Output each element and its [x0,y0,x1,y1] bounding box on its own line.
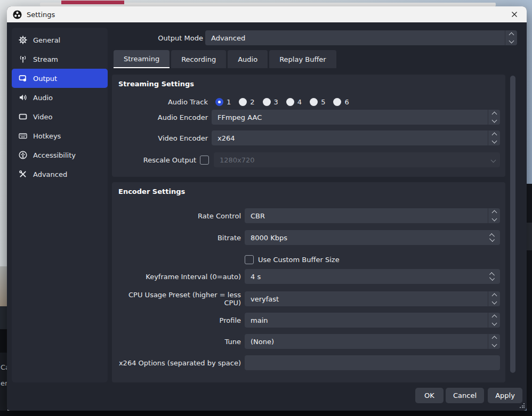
spinner-arrows-icon[interactable] [490,269,494,284]
speaker-icon [19,93,27,102]
cpu-usage-preset-row: CPU Usage Preset (higher = less CPU) ver… [118,291,500,306]
audio-encoder-select[interactable]: FFmpeg AAC [212,110,500,125]
rescale-output-label: Rescale Output [118,156,196,164]
audio-encoder-row: Audio Encoder FFmpeg AAC [118,110,500,125]
chevron-updown-icon [488,208,500,223]
video-encoder-select[interactable]: x264 [212,130,500,145]
chevron-down-icon [491,157,495,165]
tools-icon [19,170,27,178]
audio-track-option-2[interactable]: 2 [239,98,254,106]
radio-icon [239,98,247,106]
tune-select[interactable]: (None) [245,334,500,349]
radio-icon [333,98,341,106]
tab-streaming[interactable]: Streaming [114,50,170,68]
streaming-settings-panel: Streaming Settings Audio Track 1 2 3 4 5… [112,75,505,177]
gear-icon [19,36,27,44]
chevron-updown-icon [505,30,517,45]
audio-encoder-value: FFmpeg AAC [212,113,262,121]
apply-button[interactable]: Apply [488,388,522,403]
rate-control-select[interactable]: CBR [245,208,500,223]
ok-button[interactable]: OK [415,388,444,403]
screen: Ca er Settings [0,0,532,416]
rescale-output-checkbox[interactable] [200,156,209,165]
use-custom-buffer-label: Use Custom Buffer Size [258,256,340,264]
tab-audio[interactable]: Audio [228,50,268,68]
rate-control-row: Rate Control CBR [118,208,500,223]
sidebar-item-stream[interactable]: Stream [12,50,108,69]
audio-track-option-4[interactable]: 4 [286,98,302,106]
settings-sidebar: General Stream Output [12,28,108,382]
radio-icon [263,98,271,106]
radio-icon [310,98,318,106]
tab-label: Recording [181,55,216,63]
sidebar-item-accessibility[interactable]: Accessibility [12,145,108,165]
broadcast-icon [19,55,27,63]
audio-track-option-5[interactable]: 5 [310,98,325,106]
cancel-label: Cancel [453,391,477,399]
rate-control-label: Rate Control [118,212,241,220]
rescale-resolution-select[interactable]: 1280x720 [214,152,500,167]
chevron-updown-icon [488,313,500,328]
sidebar-item-label: General [33,36,60,44]
profile-value: main [245,316,268,324]
background-block [527,223,532,250]
backdrop-haze [0,266,7,308]
tune-value: (None) [245,338,274,346]
sidebar-item-label: Stream [33,55,58,63]
output-icon [19,74,27,83]
output-mode-label: Output Mode [130,34,203,42]
chevron-updown-icon [488,291,500,306]
x264-options-row: x264 Options (separated by space) [118,355,500,370]
sidebar-item-output[interactable]: Output [12,69,108,88]
close-icon [511,11,518,18]
cpu-usage-preset-value: veryfast [245,295,279,303]
sidebar-item-advanced[interactable]: Advanced [12,165,108,184]
radio-label: 2 [250,98,254,106]
audio-track-option-1[interactable]: 1 [215,98,231,106]
resize-grip[interactable] [520,403,525,408]
keyframe-interval-spinner[interactable]: 4 s [245,269,500,284]
tab-label: Audio [238,55,257,63]
spinner-arrows-icon[interactable] [490,230,494,245]
sidebar-item-label: Accessibility [33,151,76,159]
cancel-button[interactable]: Cancel [446,388,484,403]
close-button[interactable] [509,9,520,20]
sidebar-item-label: Video [33,113,52,121]
obs-logo-icon [13,10,22,19]
audio-encoder-label: Audio Encoder [118,113,208,121]
keyframe-interval-row: Keyframe Interval (0=auto) 4 s [118,269,500,284]
output-mode-select[interactable]: Advanced [205,30,517,45]
bitrate-spinner[interactable]: 8000 Kbps [245,230,500,245]
use-custom-buffer-checkbox[interactable] [245,255,254,264]
profile-row: Profile main [118,313,500,328]
radio-label: 4 [297,98,302,106]
tab-label: Replay Buffer [279,55,326,63]
title-bar[interactable]: Settings [7,6,527,22]
profile-select[interactable]: main [245,313,500,328]
audio-track-option-6[interactable]: 6 [333,98,349,106]
sidebar-item-label: Output [33,75,57,83]
tab-recording[interactable]: Recording [171,50,226,68]
tab-replay-buffer[interactable]: Replay Buffer [269,50,336,68]
cpu-usage-preset-label: CPU Usage Preset (higher = less CPU) [118,291,241,307]
tune-row: Tune (None) [118,334,500,349]
settings-dialog: Settings Gen [7,6,527,411]
person-circle-icon [19,151,27,159]
sidebar-item-hotkeys[interactable]: Hotkeys [12,126,108,145]
radio-label: 1 [227,98,231,106]
radio-label: 6 [344,98,349,106]
sidebar-item-video[interactable]: Video [12,107,108,126]
audio-track-option-3[interactable]: 3 [263,98,278,106]
rescale-output-row: Rescale Output 1280x720 [118,152,500,167]
sidebar-item-audio[interactable]: Audio [12,88,108,107]
x264-options-input[interactable] [245,355,500,370]
keyboard-icon [19,132,27,140]
ok-label: OK [424,391,434,399]
background-block [0,411,532,416]
audio-track-label: Audio Track [118,98,208,106]
sidebar-item-label: Advanced [33,170,67,178]
radio-icon [286,98,294,106]
sidebar-item-general[interactable]: General [12,30,108,50]
vertical-scrollbar[interactable] [510,76,515,373]
cpu-usage-preset-select[interactable]: veryfast [245,291,500,306]
